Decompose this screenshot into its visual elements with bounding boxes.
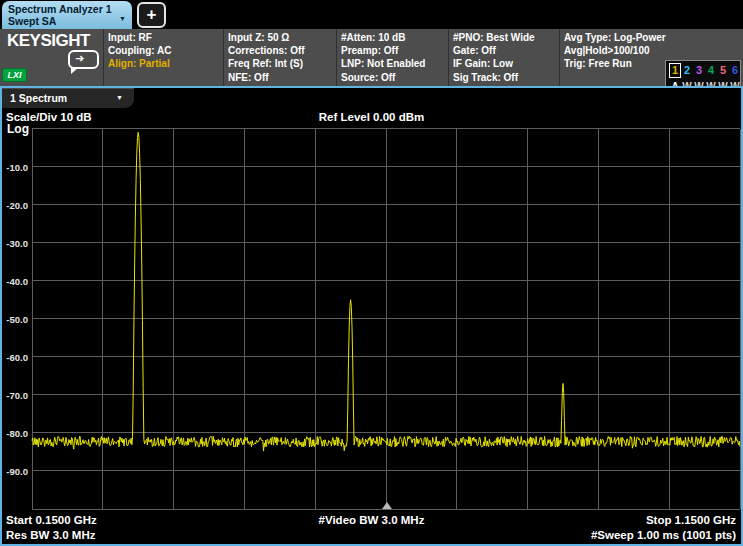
trace-5-number[interactable]: 5 bbox=[717, 63, 729, 78]
settings-column-4: #PNO: Best WideGate: OffIF Gain: LowSig … bbox=[448, 29, 559, 86]
settings-line[interactable]: NFE: Off bbox=[228, 71, 336, 84]
settings-line[interactable]: Coupling: AC bbox=[108, 44, 223, 57]
trace-3-number[interactable]: 3 bbox=[693, 63, 705, 78]
settings-line[interactable]: Preamp: Off bbox=[341, 44, 448, 57]
settings-column-2: Input Z: 50 ΩCorrections: OffFreq Ref: I… bbox=[223, 29, 336, 86]
tab-bar: Spectrum Analyzer 1 Swept SA ▼ + bbox=[0, 0, 743, 29]
brand-block: KEYSIGHT ➜ LXI bbox=[0, 29, 103, 86]
center-frequency-marker-icon bbox=[382, 502, 392, 509]
tab-title-line1: Spectrum Analyzer 1 bbox=[8, 3, 116, 15]
trace-select-dropdown[interactable]: 1 Spectrum ▼ bbox=[2, 88, 134, 108]
settings-line[interactable]: Source: Off bbox=[341, 71, 448, 84]
settings-columns: Input: RFCoupling: ACAlign: PartialInput… bbox=[103, 29, 664, 86]
stop-freq-annotation[interactable]: Stop 1.1500 GHz bbox=[646, 514, 736, 526]
settings-line[interactable]: Gate: Off bbox=[453, 44, 559, 57]
settings-line[interactable]: Corrections: Off bbox=[228, 44, 336, 57]
y-tick-label: -90.0 bbox=[2, 466, 28, 477]
y-tick-label: -50.0 bbox=[2, 314, 28, 325]
sweep-annotation[interactable]: #Sweep 1.00 ms (1001 pts) bbox=[591, 529, 736, 541]
settings-line[interactable]: LNP: Not Enabled bbox=[341, 57, 448, 70]
y-tick-label: -70.0 bbox=[2, 390, 28, 401]
y-tick-label: -30.0 bbox=[2, 238, 28, 249]
trace-1-number[interactable]: 1 bbox=[669, 63, 681, 78]
ref-level-annotation[interactable]: Ref Level 0.00 dBm bbox=[2, 111, 741, 123]
spectrum-graticule bbox=[30, 128, 742, 512]
lxi-badge: LXI bbox=[2, 68, 27, 82]
spectrum-analyzer-screen: Spectrum Analyzer 1 Swept SA ▼ + KEYSIGH… bbox=[0, 0, 743, 546]
add-tab-button[interactable]: + bbox=[137, 2, 166, 28]
res-bw-annotation[interactable]: Res BW 3.0 MHz bbox=[6, 529, 95, 541]
settings-line[interactable]: Input: RF bbox=[108, 31, 223, 44]
tab-spectrum-analyzer[interactable]: Spectrum Analyzer 1 Swept SA ▼ bbox=[2, 1, 132, 29]
keysight-logo-icon: ➜ bbox=[68, 50, 99, 69]
settings-line[interactable]: Input Z: 50 Ω bbox=[228, 31, 336, 44]
trace-4-number[interactable]: 4 bbox=[705, 63, 717, 78]
settings-line[interactable]: #Atten: 10 dB bbox=[341, 31, 448, 44]
trace-2-number[interactable]: 2 bbox=[681, 63, 693, 78]
y-tick-label: -60.0 bbox=[2, 352, 28, 363]
trace-6-number[interactable]: 6 bbox=[729, 63, 741, 78]
settings-line[interactable]: Avg Type: Log-Power bbox=[564, 31, 664, 44]
trace-select-label: 1 Spectrum bbox=[10, 92, 67, 104]
settings-line[interactable]: Avg|Hold>100/100 bbox=[564, 44, 664, 57]
spectrum-window: 1 Spectrum ▼ Scale/Div 10 dB Ref Level 0… bbox=[0, 86, 743, 546]
settings-column-3: #Atten: 10 dBPreamp: OffLNP: Not Enabled… bbox=[336, 29, 448, 86]
footer-row-1: Start 0.1500 GHz #Video BW 3.0 MHz Stop … bbox=[2, 514, 741, 528]
chevron-down-icon: ▼ bbox=[116, 88, 123, 108]
y-tick-label: -10.0 bbox=[2, 162, 28, 173]
video-bw-annotation[interactable]: #Video BW 3.0 MHz bbox=[2, 514, 741, 526]
y-tick-label: -80.0 bbox=[2, 428, 28, 439]
y-axis-tick-labels: -10.0-20.0-30.0-40.0-50.0-60.0-70.0-80.0… bbox=[2, 128, 28, 512]
settings-line[interactable]: Align: Partial bbox=[108, 57, 223, 70]
footer-row-2: Res BW 3.0 MHz #Sweep 1.00 ms (1001 pts) bbox=[2, 529, 741, 543]
tab-title-line2: Swept SA bbox=[8, 15, 116, 27]
settings-line[interactable]: #PNO: Best Wide bbox=[453, 31, 559, 44]
settings-line[interactable]: Trig: Free Run bbox=[564, 57, 664, 70]
settings-line[interactable]: Freq Ref: Int (S) bbox=[228, 57, 336, 70]
settings-column-5: Avg Type: Log-PowerAvg|Hold>100/100Trig:… bbox=[559, 29, 664, 86]
settings-header: KEYSIGHT ➜ LXI Input: RFCoupling: ACAlig… bbox=[0, 29, 743, 86]
tab-dropdown-icon[interactable]: ▼ bbox=[119, 13, 126, 25]
settings-column-1: Input: RFCoupling: ACAlign: Partial bbox=[103, 29, 223, 86]
settings-line[interactable]: IF Gain: Low bbox=[453, 57, 559, 70]
y-tick-label: -20.0 bbox=[2, 200, 28, 211]
brand-name: KEYSIGHT bbox=[7, 31, 90, 51]
y-tick-label: -40.0 bbox=[2, 276, 28, 287]
settings-line[interactable]: Sig Track: Off bbox=[453, 71, 559, 84]
